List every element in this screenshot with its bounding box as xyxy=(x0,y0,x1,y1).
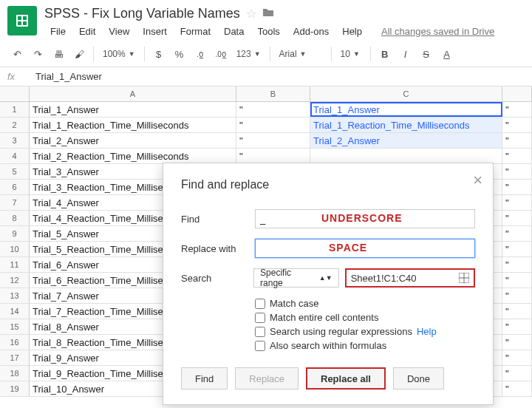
replace-all-button[interactable]: Replace all xyxy=(306,367,386,390)
cell[interactable]: Trial_2_Answer xyxy=(30,133,236,148)
redo-icon[interactable]: ↷ xyxy=(28,44,47,64)
zoom-dropdown[interactable]: 100%▼ xyxy=(98,49,140,59)
bold-icon[interactable]: B xyxy=(375,44,395,64)
formulas-checkbox[interactable] xyxy=(255,341,265,351)
text-color-icon[interactable]: A xyxy=(437,44,457,64)
font-size-dropdown[interactable]: 10▼ xyxy=(336,49,366,59)
cell[interactable]: " xyxy=(502,102,532,117)
range-input[interactable]: Sheet1!C1:C40 xyxy=(345,268,475,288)
row-header[interactable]: 4 xyxy=(0,149,30,163)
cell[interactable]: " xyxy=(502,195,532,210)
cell[interactable]: " xyxy=(502,381,532,396)
cell[interactable]: Trial_2_Reaction_Time_Milliseconds xyxy=(30,149,236,163)
col-header-b[interactable]: B xyxy=(236,86,310,101)
cell[interactable]: " xyxy=(502,335,532,350)
find-button[interactable]: Find xyxy=(181,367,228,390)
replace-input[interactable] xyxy=(255,239,475,258)
cell[interactable]: " xyxy=(502,304,532,319)
cell[interactable]: " xyxy=(502,180,532,194)
cell[interactable]: " xyxy=(236,118,310,132)
replace-button[interactable]: Replace xyxy=(235,367,299,390)
cell[interactable]: Trial_1_Answer xyxy=(310,102,502,117)
font-dropdown[interactable]: Arial▼ xyxy=(275,49,327,59)
cell[interactable]: " xyxy=(502,366,532,381)
cell[interactable]: " xyxy=(502,133,532,148)
document-title[interactable]: SPSS - Fix Long Variable Names xyxy=(44,6,240,21)
row-header[interactable]: 5 xyxy=(0,164,30,179)
col-header-c[interactable]: C xyxy=(310,86,502,101)
print-icon[interactable]: 🖶 xyxy=(49,44,68,64)
menu-view[interactable]: View xyxy=(103,24,135,38)
row-header[interactable]: 3 xyxy=(0,133,30,148)
match-entire-checkbox[interactable] xyxy=(255,313,265,323)
match-case-checkbox[interactable] xyxy=(255,299,265,309)
cell[interactable]: Trial_1_Reaction_Time_Milliseconds xyxy=(310,118,502,132)
col-header-a[interactable]: A xyxy=(30,86,236,101)
row-header[interactable]: 11 xyxy=(0,257,30,272)
cell[interactable]: " xyxy=(502,149,532,163)
save-status[interactable]: All changes saved in Drive xyxy=(375,24,500,38)
star-icon[interactable]: ☆ xyxy=(246,7,256,21)
menu-insert[interactable]: Insert xyxy=(137,24,173,38)
cell[interactable]: Trial_1_Answer xyxy=(30,102,236,117)
menu-tools[interactable]: Tools xyxy=(251,24,285,38)
grid-select-icon[interactable] xyxy=(459,273,469,283)
format-dropdown[interactable]: 123▼ xyxy=(232,49,265,59)
folder-icon[interactable] xyxy=(262,6,274,21)
cell[interactable]: " xyxy=(502,226,532,241)
menu-addons[interactable]: Add-ons xyxy=(287,24,335,38)
sheets-logo[interactable] xyxy=(7,6,37,35)
cell[interactable] xyxy=(310,149,502,163)
done-button[interactable]: Done xyxy=(393,367,444,390)
cell[interactable]: Trial_1_Reaction_Time_Milliseconds xyxy=(30,118,236,132)
currency-icon[interactable]: $ xyxy=(149,44,168,64)
row-header[interactable]: 7 xyxy=(0,195,30,210)
row-header[interactable]: 13 xyxy=(0,288,30,303)
cell[interactable]: " xyxy=(236,149,310,163)
row-header[interactable]: 19 xyxy=(0,381,30,396)
cell[interactable]: " xyxy=(502,242,532,256)
regex-help-link[interactable]: Help xyxy=(417,326,437,337)
row-header[interactable]: 12 xyxy=(0,273,30,288)
decrease-decimal-icon[interactable]: .0̲ xyxy=(191,44,210,64)
cell[interactable]: " xyxy=(236,133,310,148)
row-header[interactable]: 14 xyxy=(0,304,30,319)
menu-help[interactable]: Help xyxy=(336,24,368,38)
find-input[interactable] xyxy=(255,209,475,228)
cell[interactable]: " xyxy=(502,164,532,179)
percent-icon[interactable]: % xyxy=(170,44,189,64)
row-header[interactable]: 6 xyxy=(0,180,30,194)
cell[interactable]: " xyxy=(502,350,532,365)
cell[interactable]: " xyxy=(502,319,532,334)
row-header[interactable]: 16 xyxy=(0,335,30,350)
cell[interactable]: " xyxy=(502,211,532,225)
increase-decimal-icon[interactable]: .00̲ xyxy=(211,44,231,64)
cell[interactable]: " xyxy=(502,288,532,303)
undo-icon[interactable]: ↶ xyxy=(7,44,27,64)
row-header[interactable]: 1 xyxy=(0,102,30,117)
paint-format-icon[interactable]: 🖌 xyxy=(69,44,89,64)
italic-icon[interactable]: I xyxy=(396,44,415,64)
close-icon[interactable]: × xyxy=(473,172,482,188)
cell[interactable]: " xyxy=(502,273,532,288)
regex-checkbox[interactable] xyxy=(255,327,265,337)
row-header[interactable]: 18 xyxy=(0,366,30,381)
menu-format[interactable]: Format xyxy=(174,24,216,38)
row-header[interactable]: 10 xyxy=(0,242,30,256)
cell[interactable]: " xyxy=(236,102,310,117)
cell[interactable]: Trial_2_Answer xyxy=(310,133,502,148)
row-header[interactable]: 9 xyxy=(0,226,30,241)
menu-edit[interactable]: Edit xyxy=(73,24,101,38)
row-header[interactable]: 8 xyxy=(0,211,30,225)
strike-icon[interactable]: S xyxy=(417,44,436,64)
row-header[interactable]: 2 xyxy=(0,118,30,132)
select-all-corner[interactable] xyxy=(0,86,30,101)
cell[interactable]: " xyxy=(502,257,532,272)
menu-data[interactable]: Data xyxy=(218,24,250,38)
col-header-d[interactable] xyxy=(502,86,532,101)
menu-file[interactable]: File xyxy=(44,24,72,38)
row-header[interactable]: 17 xyxy=(0,350,30,365)
search-scope-dropdown[interactable]: Specific range▲▼ xyxy=(253,268,339,288)
row-header[interactable]: 15 xyxy=(0,319,30,334)
cell[interactable]: " xyxy=(502,118,532,132)
